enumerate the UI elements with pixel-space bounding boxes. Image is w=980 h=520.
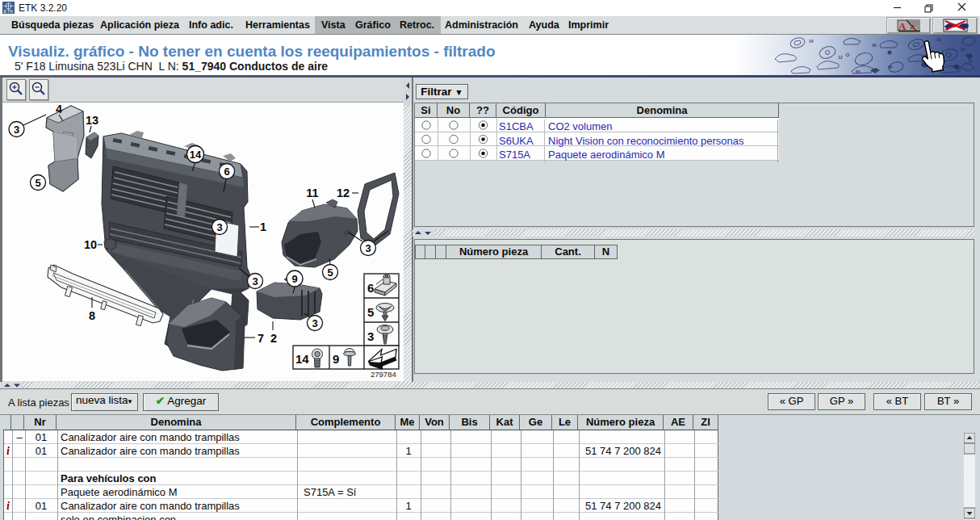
svg-text:66: 66 — [888, 65, 893, 69]
svg-text:8: 8 — [89, 309, 95, 322]
svg-text:7: 7 — [258, 332, 264, 345]
svg-text:279784: 279784 — [371, 370, 396, 379]
svg-text:10: 10 — [84, 238, 97, 251]
svg-text:3: 3 — [252, 275, 258, 287]
svg-text:12: 12 — [337, 187, 350, 199]
svg-text:9: 9 — [291, 273, 297, 285]
svg-text:65: 65 — [856, 69, 861, 74]
svg-text:14: 14 — [190, 149, 202, 161]
svg-text:A: A — [898, 20, 907, 32]
svg-text:13: 13 — [86, 114, 98, 127]
svg-text:12: 12 — [838, 55, 843, 60]
svg-text:3: 3 — [365, 242, 371, 254]
svg-text:5: 5 — [35, 177, 40, 189]
svg-text:a: a — [911, 21, 915, 31]
svg-text:34: 34 — [809, 39, 814, 44]
svg-text:5: 5 — [367, 305, 374, 319]
svg-text:9: 9 — [333, 352, 339, 366]
svg-text:34: 34 — [961, 47, 965, 52]
svg-text:2: 2 — [270, 332, 277, 345]
svg-text:11: 11 — [306, 187, 318, 199]
svg-text:3: 3 — [367, 329, 374, 343]
svg-text:6: 6 — [224, 166, 229, 178]
svg-text:6: 6 — [367, 281, 374, 295]
svg-text:39: 39 — [872, 43, 877, 48]
svg-text:14: 14 — [295, 352, 309, 366]
svg-text:4: 4 — [56, 103, 62, 115]
svg-text:ETK: ETK — [4, 9, 14, 14]
svg-text:5: 5 — [327, 266, 333, 279]
svg-text:1: 1 — [260, 220, 266, 233]
svg-text:3: 3 — [312, 317, 317, 329]
svg-text:3: 3 — [216, 221, 222, 233]
svg-text:3: 3 — [14, 124, 19, 136]
